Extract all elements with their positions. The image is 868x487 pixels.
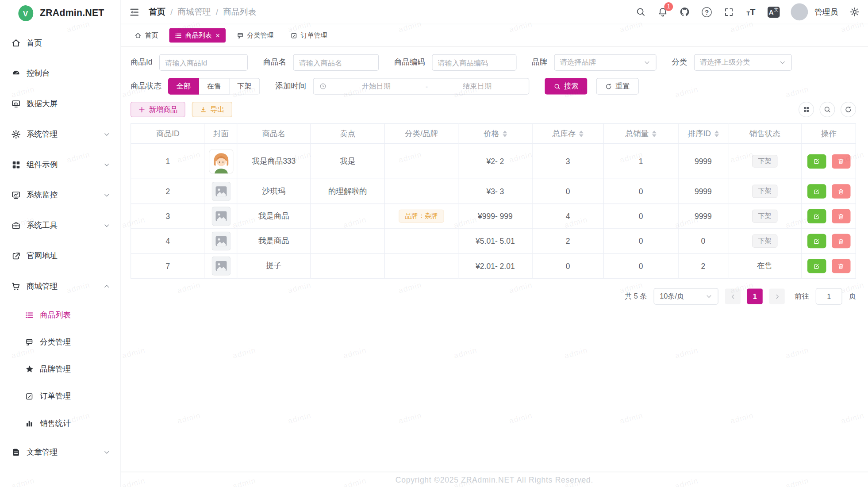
edit-button[interactable] xyxy=(807,209,826,224)
edit-button[interactable] xyxy=(807,234,826,249)
goto-label: 前往 xyxy=(795,291,809,302)
export-button[interactable]: 导出 xyxy=(192,102,232,117)
product-name-input[interactable] xyxy=(293,54,379,71)
date-start-placeholder[interactable]: 开始日期 xyxy=(330,81,422,92)
app-logo[interactable]: V ZRAdmin.NET xyxy=(0,0,120,27)
tab-category[interactable]: 分类管理 xyxy=(231,28,279,43)
sidebar-item-orders[interactable]: 订单管理 xyxy=(0,383,120,410)
delete-button[interactable] xyxy=(831,259,850,273)
add-product-button[interactable]: 新增商品 xyxy=(131,102,185,117)
status-option-offshelf[interactable]: 下架 xyxy=(230,78,260,95)
tab-product-list[interactable]: 商品列表 × xyxy=(169,28,226,43)
username-label[interactable]: 管理员 xyxy=(814,7,838,17)
page-size-select[interactable]: 10条/页 xyxy=(654,288,718,305)
header-sort-id[interactable]: 排序ID xyxy=(678,123,728,143)
product-cover-placeholder-image[interactable] xyxy=(211,207,230,226)
sidebar-item-label: 品牌管理 xyxy=(40,364,110,374)
breadcrumb: 首页 / 商城管理 / 商品列表 xyxy=(149,7,256,17)
product-cover-placeholder-image[interactable] xyxy=(211,182,230,201)
sidebar-item-mall[interactable]: 商城管理 xyxy=(0,271,120,302)
category-select[interactable]: 请选择上级分类 xyxy=(694,54,791,71)
sidebar-item-tools[interactable]: 系统工具 xyxy=(0,210,120,241)
header-price[interactable]: 价格 xyxy=(458,123,533,143)
github-icon[interactable] xyxy=(679,6,690,17)
sidebar-item-website[interactable]: 官网地址 xyxy=(0,241,120,271)
delete-button[interactable] xyxy=(831,184,850,199)
product-id-input[interactable] xyxy=(159,54,248,71)
breadcrumb-item[interactable]: 商城管理 xyxy=(177,7,211,17)
sidebar-item-monitor[interactable]: 系统监控 xyxy=(0,180,120,210)
goto-page-input[interactable] xyxy=(816,288,842,305)
status-option-all[interactable]: 全部 xyxy=(168,78,199,95)
breadcrumb-item[interactable]: 首页 xyxy=(149,7,165,17)
product-cover-placeholder-image[interactable] xyxy=(211,232,230,251)
delete-button[interactable] xyxy=(831,209,850,224)
product-code-input[interactable] xyxy=(432,54,516,71)
sidebar-item-console[interactable]: 控制台 xyxy=(0,58,120,88)
current-page-button[interactable]: 1 xyxy=(747,289,763,304)
search-button[interactable]: 搜索 xyxy=(545,78,587,95)
search-icon[interactable] xyxy=(635,6,646,17)
product-cover-placeholder-image[interactable] xyxy=(211,257,230,276)
column-settings-icon[interactable] xyxy=(799,102,814,117)
delete-button[interactable] xyxy=(831,154,850,169)
sidebar-item-sales-stats[interactable]: 销售统计 xyxy=(0,410,120,437)
edit-button[interactable] xyxy=(807,259,826,273)
date-end-placeholder[interactable]: 结束日期 xyxy=(431,81,523,92)
tab-label: 分类管理 xyxy=(247,31,273,40)
brand-select[interactable]: 请选择品牌 xyxy=(554,54,656,71)
tab-orders[interactable]: 订单管理 xyxy=(284,28,333,43)
language-icon[interactable]: A 文 xyxy=(768,6,780,17)
tab-home[interactable]: 首页 xyxy=(129,28,164,43)
settings-gear-icon[interactable] xyxy=(849,6,860,17)
components-icon xyxy=(11,160,21,170)
cell-selling-point: 我是 xyxy=(311,143,385,179)
sort-carets-icon[interactable] xyxy=(714,130,718,137)
toggle-search-icon[interactable] xyxy=(820,102,835,117)
breadcrumb-item[interactable]: 商品列表 xyxy=(223,7,256,17)
sidebar-item-home[interactable]: 首页 xyxy=(0,28,120,58)
sidebar-item-system[interactable]: 系统管理 xyxy=(0,119,120,150)
sidebar-item-label: 系统监控 xyxy=(27,190,104,200)
sidebar-item-label: 系统管理 xyxy=(27,129,104,139)
refresh-icon xyxy=(605,83,612,90)
sort-carets-icon[interactable] xyxy=(579,130,584,137)
edit-button[interactable] xyxy=(807,154,826,169)
sidebar-item-brand[interactable]: 品牌管理 xyxy=(0,356,120,383)
header-sale-status: 销售状态 xyxy=(728,123,802,143)
date-range-picker[interactable]: 开始日期 - 结束日期 xyxy=(313,78,530,95)
reset-button[interactable]: 重置 xyxy=(596,78,639,95)
language-sub-label: 文 xyxy=(774,8,779,12)
prev-page-button[interactable] xyxy=(725,289,741,304)
sidebar-item-label: 首页 xyxy=(27,38,110,48)
cell-selling-point xyxy=(311,204,385,229)
help-icon[interactable] xyxy=(701,6,712,17)
refresh-table-icon[interactable] xyxy=(841,102,856,117)
sidebar-item-category[interactable]: 分类管理 xyxy=(0,329,120,356)
user-avatar[interactable] xyxy=(791,4,808,21)
collapse-sidebar-icon[interactable] xyxy=(129,6,140,17)
status-option-onsale[interactable]: 在售 xyxy=(199,78,230,95)
cell-product-name: 我是商品 xyxy=(237,229,311,253)
sort-carets-icon[interactable] xyxy=(652,130,657,137)
header-stock[interactable]: 总库存 xyxy=(532,123,603,143)
delete-button[interactable] xyxy=(831,234,850,249)
sidebar-item-datascreen[interactable]: 数据大屏 xyxy=(0,88,120,119)
next-page-button[interactable] xyxy=(769,289,785,304)
product-cover-image[interactable] xyxy=(209,149,233,173)
sort-carets-icon[interactable] xyxy=(503,130,507,137)
edit-button[interactable] xyxy=(807,184,826,199)
close-icon[interactable]: × xyxy=(216,32,220,39)
cell-actions xyxy=(802,253,856,278)
sidebar-item-articles[interactable]: 文章管理 xyxy=(0,437,120,468)
notifications-bell-icon[interactable]: 1 xyxy=(657,6,668,17)
select-placeholder: 请选择品牌 xyxy=(560,58,596,68)
sidebar-item-product-list[interactable]: 商品列表 xyxy=(0,301,120,328)
header-sales[interactable]: 总销量 xyxy=(603,123,678,143)
sidebar-item-label: 分类管理 xyxy=(40,337,110,347)
sidebar-item-label: 订单管理 xyxy=(40,391,110,401)
fullscreen-icon[interactable] xyxy=(723,6,734,17)
sidebar-item-components[interactable]: 组件示例 xyxy=(0,150,120,180)
cell-selling-point xyxy=(311,229,385,253)
font-size-icon[interactable] xyxy=(745,6,757,17)
